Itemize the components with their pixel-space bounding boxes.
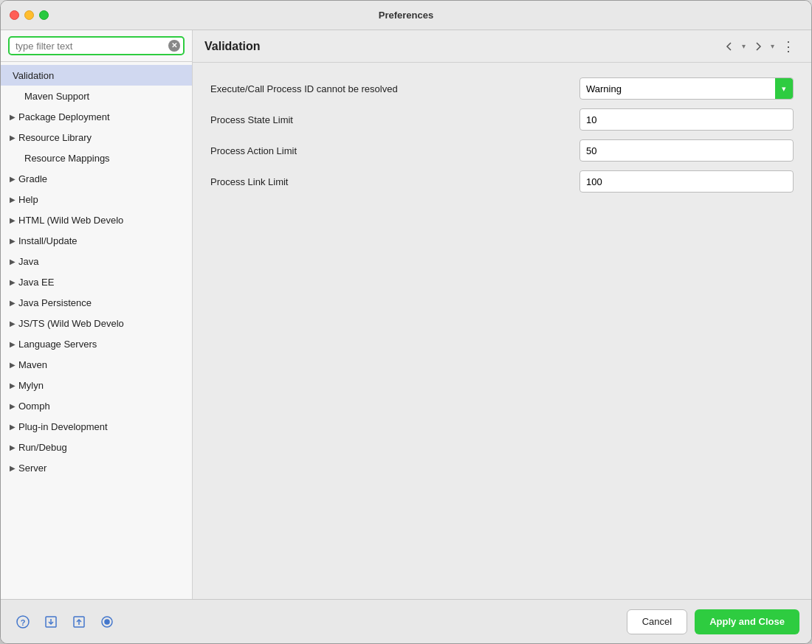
back-dropdown-icon: ▾ [742,42,746,50]
chevron-right-icon: ▶ [7,237,18,245]
field-control-process-action-limit [579,139,794,162]
sidebar-item-label: HTML (Wild Web Develo [18,215,192,226]
sidebar-item-java-persistence[interactable]: ▶ Java Persistence [1,292,192,313]
chevron-right-icon: ▶ [7,113,18,121]
close-button[interactable] [10,10,19,20]
header-nav: ▾ ▾ ⋮ [720,37,799,56]
sidebar-item-label: Plug-in Development [18,421,192,432]
sidebar-item-java[interactable]: ▶ Java [1,251,192,271]
bottom-right-buttons: Cancel Apply and Close [627,609,799,634]
preferences-window: Preferences ✕ Validation Maven Support [0,0,812,644]
warning-dropdown[interactable]: Warning ▾ [579,77,794,100]
sidebar-item-oomph[interactable]: ▶ Oomph [1,395,192,416]
sidebar-item-label: Java EE [18,277,192,288]
field-label-process-state-limit: Process State Limit [210,114,579,125]
sidebar-item-label: Run/Debug [18,442,192,453]
field-control-process-state-limit [579,108,794,131]
sidebar-item-java-ee[interactable]: ▶ Java EE [1,271,192,292]
export-button[interactable] [69,612,89,632]
field-label-execute-call-process-id: Execute/Call Process ID cannot be resolv… [210,83,579,94]
back-button[interactable] [720,38,739,55]
sidebar-item-run-debug[interactable]: ▶ Run/Debug [1,437,192,457]
window-title: Preferences [379,10,433,21]
help-button[interactable]: ? [13,612,33,632]
minimize-button[interactable] [24,10,34,20]
chevron-right-icon: ▶ [7,464,18,472]
chevron-right-icon: ▶ [7,443,18,451]
forward-dropdown-icon: ▾ [771,42,774,50]
content-header: Validation ▾ ▾ ⋮ [193,30,811,63]
sidebar-item-server[interactable]: ▶ Server [1,457,192,478]
cancel-button[interactable]: Cancel [627,609,687,634]
form-row-execute-call-process-id: Execute/Call Process ID cannot be resolv… [210,77,794,100]
sidebar-item-validation[interactable]: Validation [1,65,192,86]
sidebar-item-mylyn[interactable]: ▶ Mylyn [1,375,192,395]
chevron-right-icon: ▶ [7,134,18,142]
sidebar-item-label: Server [18,463,192,474]
sidebar-item-label: Java Persistence [18,297,192,308]
process-link-limit-input[interactable] [579,170,794,193]
search-wrapper: ✕ [8,36,185,55]
content-area: Validation ▾ ▾ ⋮ [193,30,811,599]
import-button[interactable] [41,612,61,632]
sidebar-item-label: Resource Library [18,132,192,143]
sidebar-item-language-servers[interactable]: ▶ Language Servers [1,333,192,354]
sidebar-item-label: Install/Update [18,235,192,246]
maximize-button[interactable] [39,10,49,20]
chevron-right-icon: ▶ [7,361,18,369]
sidebar-item-maven-support[interactable]: Maven Support [1,86,192,106]
chevron-right-icon: ▶ [7,175,18,183]
svg-text:?: ? [21,617,26,626]
main-content: ✕ Validation Maven Support ▶ Package Dep… [1,30,811,599]
clear-search-icon[interactable]: ✕ [168,40,180,52]
sidebar-item-label: Language Servers [18,339,192,350]
chevron-right-icon: ▶ [7,423,18,431]
sidebar-item-label: Resource Mappings [24,153,192,164]
svg-point-7 [105,620,109,624]
sidebar-item-js-ts-wild-web-develo[interactable]: ▶ JS/TS (Wild Web Develo [1,313,192,333]
form-row-process-state-limit: Process State Limit [210,108,794,131]
sidebar-item-label: Validation [13,70,192,81]
sidebar-item-label: Package Deployment [18,111,192,122]
titlebar: Preferences [1,1,811,30]
search-input[interactable] [8,36,185,55]
sidebar-item-html-wild-web-develo[interactable]: ▶ HTML (Wild Web Develo [1,210,192,230]
field-control-process-link-limit [579,170,794,193]
sidebar-item-maven[interactable]: ▶ Maven [1,354,192,375]
chevron-right-icon: ▶ [7,299,18,307]
sidebar-item-label: Oomph [18,401,192,412]
sidebar-item-package-deployment[interactable]: ▶ Package Deployment [1,106,192,127]
forward-button[interactable] [749,38,768,55]
bottom-bar: ? [1,599,811,643]
more-options-button[interactable]: ⋮ [777,37,799,56]
process-action-limit-input[interactable] [579,139,794,162]
sidebar-item-plug-in-development[interactable]: ▶ Plug-in Development [1,416,192,437]
sidebar-item-gradle[interactable]: ▶ Gradle [1,168,192,189]
restore-button[interactable] [97,612,117,632]
sidebar-item-label: Help [18,194,192,205]
field-label-process-action-limit: Process Action Limit [210,145,579,156]
chevron-right-icon: ▶ [7,402,18,410]
sidebar-item-help[interactable]: ▶ Help [1,189,192,210]
form-row-process-action-limit: Process Action Limit [210,139,794,162]
sidebar-item-resource-library[interactable]: ▶ Resource Library [1,127,192,148]
tree-container: Validation Maven Support ▶ Package Deplo… [1,62,192,599]
search-container: ✕ [1,30,192,62]
sidebar-item-label: Gradle [18,173,192,184]
chevron-right-icon: ▶ [7,195,18,204]
process-state-limit-input[interactable] [579,108,794,131]
page-title: Validation [204,40,261,53]
sidebar-item-resource-mappings[interactable]: Resource Mappings [1,148,192,168]
sidebar-item-install-update[interactable]: ▶ Install/Update [1,230,192,251]
sidebar-item-label: Java [18,256,192,267]
sidebar-item-label: Maven Support [24,91,192,102]
sidebar-item-label: Maven [18,359,192,370]
apply-close-button[interactable]: Apply and Close [695,609,799,634]
chevron-right-icon: ▶ [7,319,18,328]
chevron-right-icon: ▶ [7,257,18,266]
dropdown-arrow-icon: ▾ [775,78,793,99]
content-body: Execute/Call Process ID cannot be resolv… [193,63,811,599]
sidebar: ✕ Validation Maven Support ▶ Package Dep… [1,30,193,599]
chevron-right-icon: ▶ [7,381,18,389]
sidebar-item-label: Mylyn [18,380,192,391]
